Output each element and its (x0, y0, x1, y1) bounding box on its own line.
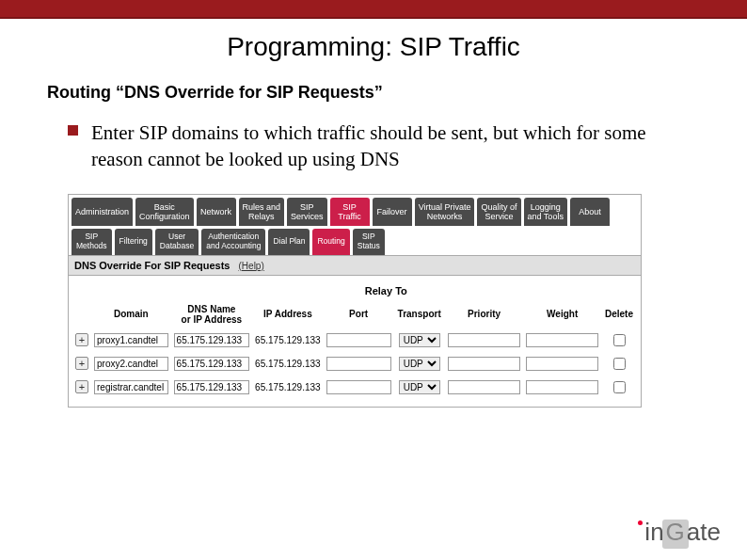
col-ip: IP Address (252, 300, 324, 328)
page-title: Programming: SIP Traffic (0, 32, 747, 62)
text-input[interactable] (526, 333, 598, 347)
primary-tab-5[interactable]: SIP Traffic (330, 198, 370, 227)
primary-tab-4[interactable]: SIP Services (287, 198, 327, 227)
logo-dot-icon (638, 520, 643, 525)
text-input[interactable] (526, 380, 598, 394)
add-row-button[interactable]: + (75, 380, 88, 393)
primary-tab-1[interactable]: Basic Configuration (135, 198, 194, 227)
config-panel: AdministrationBasic ConfigurationNetwork… (68, 194, 642, 408)
section-header: DNS Override For SIP Requests (Help) (69, 255, 641, 276)
table-row: +65.175.129.133UDP (72, 376, 637, 399)
text-input[interactable] (94, 357, 168, 371)
primary-tab-6[interactable]: Failover (373, 198, 412, 227)
text-input[interactable] (174, 380, 250, 394)
col-domain: Domain (91, 300, 171, 328)
text-input[interactable] (448, 380, 521, 394)
group-header-relay-to: Relay To (171, 281, 601, 300)
secondary-tab-6[interactable]: SIP Status (353, 229, 385, 255)
transport-select[interactable]: UDP (399, 357, 440, 371)
text-input[interactable] (94, 380, 168, 394)
col-dns: DNS Name or IP Address (171, 300, 253, 328)
secondary-tab-1[interactable]: Filtering (115, 229, 152, 255)
transport-select[interactable]: UDP (399, 333, 440, 347)
help-link[interactable]: (Help) (239, 261, 264, 271)
text-input[interactable] (174, 357, 250, 371)
text-input[interactable] (448, 333, 521, 347)
text-input[interactable] (174, 333, 250, 347)
col-delete: Delete (601, 300, 637, 328)
top-accent-bar (0, 0, 747, 19)
group-spacer-2 (601, 281, 637, 300)
primary-tab-2[interactable]: Network (197, 198, 236, 227)
ingate-logo: in G ate (638, 518, 721, 547)
logo-in: in (644, 518, 663, 547)
secondary-tab-4[interactable]: Dial Plan (268, 229, 310, 255)
table-wrap: Relay To Domain DNS Name or IP Address I… (69, 276, 641, 407)
table-row: +65.175.129.133UDP (72, 352, 637, 376)
secondary-tab-0[interactable]: SIP Methods (72, 229, 112, 255)
primary-tab-10[interactable]: About (570, 198, 610, 227)
group-spacer (72, 281, 171, 300)
delete-checkbox[interactable] (613, 334, 626, 346)
ip-address: 65.175.129.133 (255, 382, 321, 392)
bullet-text: Enter SIP domains to which traffic shoul… (91, 120, 700, 173)
ip-address: 65.175.129.133 (255, 359, 321, 369)
add-row-button[interactable]: + (75, 357, 88, 370)
dns-override-table: Relay To Domain DNS Name or IP Address I… (72, 281, 637, 399)
primary-tab-7[interactable]: Virtual Private Networks (415, 198, 475, 227)
text-input[interactable] (526, 357, 598, 371)
primary-tab-3[interactable]: Rules and Relays (239, 198, 285, 227)
col-port: Port (324, 300, 394, 328)
ip-address: 65.175.129.133 (255, 335, 321, 345)
delete-checkbox[interactable] (613, 358, 626, 370)
transport-select[interactable]: UDP (399, 380, 440, 394)
bullet-block: Enter SIP domains to which traffic shoul… (68, 120, 700, 173)
text-input[interactable] (326, 333, 391, 347)
col-priority: Priority (445, 300, 524, 328)
delete-checkbox[interactable] (613, 381, 626, 393)
primary-tab-8[interactable]: Quality of Service (477, 198, 520, 227)
primary-tab-9[interactable]: Logging and Tools (524, 198, 567, 227)
logo-g: G (664, 518, 687, 547)
add-row-button[interactable]: + (75, 333, 88, 346)
text-input[interactable] (326, 380, 391, 394)
text-input[interactable] (448, 357, 521, 371)
secondary-tab-2[interactable]: User Database (155, 229, 199, 255)
col-add (72, 300, 91, 328)
secondary-tabs: SIP MethodsFilteringUser DatabaseAuthent… (69, 226, 641, 255)
primary-tab-0[interactable]: Administration (72, 198, 133, 227)
secondary-tab-3[interactable]: Authentication and Accounting (201, 229, 265, 255)
section-header-title: DNS Override For SIP Requests (74, 260, 230, 271)
text-input[interactable] (326, 357, 391, 371)
secondary-tab-5[interactable]: Routing (312, 229, 349, 255)
text-input[interactable] (94, 333, 168, 347)
col-transport: Transport (394, 300, 445, 328)
primary-tabs: AdministrationBasic ConfigurationNetwork… (69, 195, 641, 227)
section-subtitle: Routing “DNS Override for SIP Requests” (47, 83, 747, 103)
table-row: +65.175.129.133UDP (72, 328, 637, 352)
col-weight: Weight (523, 300, 601, 328)
logo-ate: ate (687, 518, 721, 547)
bullet-icon (68, 125, 78, 136)
